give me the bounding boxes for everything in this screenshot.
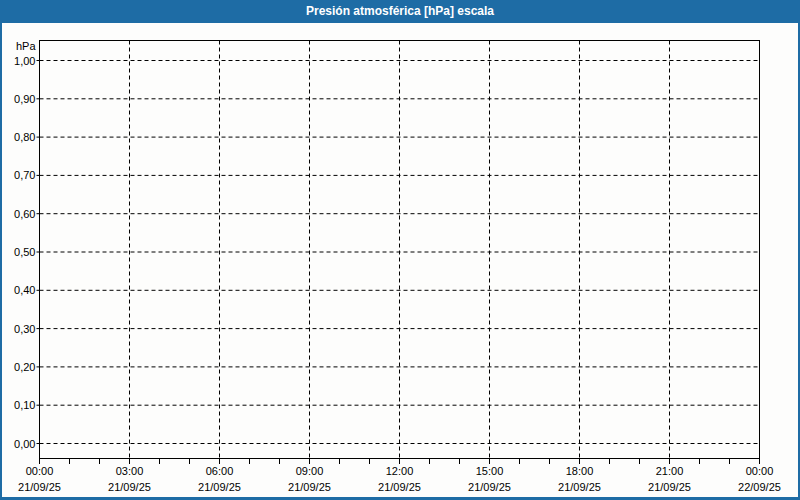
plot-area: 1,000,900,800,700,600,500,400,300,200,10…	[0, 0, 800, 500]
chart-title: Presión atmosférica [hPa] escala	[306, 4, 494, 18]
y-axis-tick-label: 0,10	[14, 399, 35, 411]
x-axis-time-label: 06:00	[206, 465, 234, 477]
x-axis-date-label: 21/09/25	[558, 481, 601, 493]
x-axis-date-label: 21/09/25	[198, 481, 241, 493]
y-axis-tick-label: 1,00	[14, 55, 35, 67]
x-axis-time-label: 03:00	[116, 465, 144, 477]
plot-border	[40, 41, 760, 459]
x-axis-date-label: 21/09/25	[468, 481, 511, 493]
x-axis-time-label: 18:00	[566, 465, 594, 477]
x-axis-date-label: 21/09/25	[648, 481, 691, 493]
x-axis-time-label: 21:00	[656, 465, 684, 477]
y-axis-tick-label: 0,60	[14, 208, 35, 220]
y-axis-tick-label: 0,30	[14, 323, 35, 335]
x-axis-date-label: 21/09/25	[288, 481, 331, 493]
chart-window: Presión atmosférica [hPa] escala 1,000,9…	[0, 0, 800, 500]
x-axis-date-label: 21/09/25	[108, 481, 151, 493]
x-axis-date-label: 21/09/25	[378, 481, 421, 493]
x-axis-time-label: 12:00	[386, 465, 414, 477]
chart-title-bar: Presión atmosférica [hPa] escala	[0, 0, 800, 23]
x-axis-date-label: 21/09/25	[18, 481, 61, 493]
x-axis-time-label: 00:00	[746, 465, 774, 477]
window-border-left	[0, 23, 2, 500]
y-axis-tick-label: 0,50	[14, 246, 35, 258]
x-axis-time-label: 00:00	[26, 465, 54, 477]
y-axis-tick-label: 0,40	[14, 284, 35, 296]
y-axis-tick-label: 0,90	[14, 93, 35, 105]
x-axis-time-label: 15:00	[476, 465, 504, 477]
x-axis-time-label: 09:00	[296, 465, 324, 477]
y-axis-tick-label: 0,80	[14, 131, 35, 143]
y-axis-tick-label: 0,20	[14, 361, 35, 373]
y-axis-tick-label: 0,00	[14, 438, 35, 450]
y-axis-tick-label: 0,70	[14, 169, 35, 181]
y-axis-unit-label: hPa	[16, 40, 36, 52]
x-axis-date-label: 22/09/25	[738, 481, 781, 493]
